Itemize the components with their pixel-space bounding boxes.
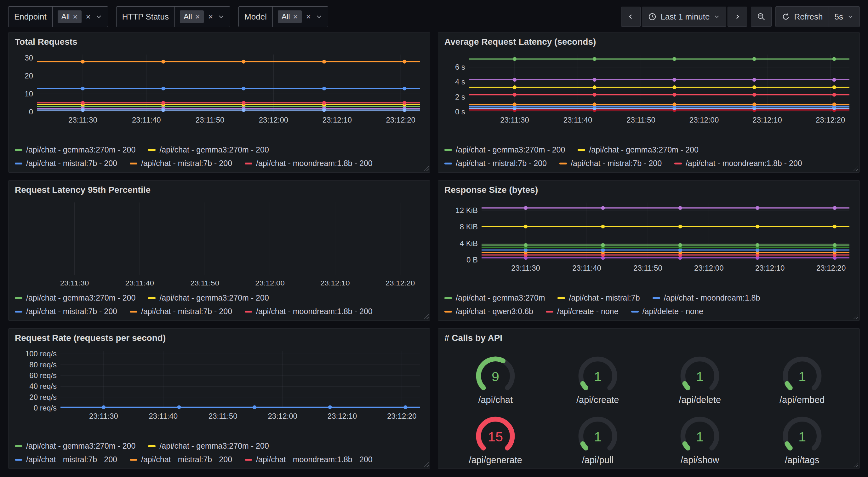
panel-resize-handle[interactable] <box>853 166 858 171</box>
data-point <box>81 108 85 112</box>
filter-chip[interactable]: All × <box>58 10 82 23</box>
legend-row: /api/chat - mistral:7b - 200/api/chat - … <box>15 307 424 316</box>
legend-item[interactable]: /api/chat - qwen3:0.6b <box>444 307 533 316</box>
legend-item[interactable]: /api/chat - mistral:7b - 200 <box>559 159 662 168</box>
chip-remove-icon[interactable]: × <box>195 12 200 21</box>
chart-response-size[interactable]: 23:11:3023:11:4023:11:5023:12:0023:12:10… <box>444 199 853 274</box>
y-tick-label: 8 KiB <box>460 222 478 231</box>
legend-row: /api/chat - mistral:7b - 200/api/chat - … <box>15 455 424 464</box>
clear-filter-icon[interactable]: × <box>208 12 213 21</box>
legend-item[interactable]: /api/chat - mistral:7b - 200 <box>15 159 117 168</box>
legend-marker <box>15 445 22 447</box>
x-tick-label: 23:12:20 <box>385 279 415 287</box>
chart-request-latency-p95[interactable]: 23:11:3023:11:4023:11:5023:12:0023:12:10… <box>15 199 424 289</box>
filter-chip[interactable]: All × <box>180 10 204 23</box>
panel-resize-handle[interactable] <box>853 314 858 319</box>
filter-model-select[interactable]: All × × <box>273 7 328 27</box>
panel-title[interactable]: Request Rate (requests per second) <box>15 333 424 343</box>
chart-request-rate[interactable]: 23:11:3023:11:4023:11:5023:12:0023:12:10… <box>15 347 424 422</box>
legend-item[interactable]: /api/chat - moondream:1.8b - 200 <box>245 307 373 316</box>
gauge-arc: 1 <box>570 354 625 395</box>
chevron-down-icon[interactable] <box>315 13 323 21</box>
dashboard-toolbar: Endpoint All × × HTTP Status All × × <box>0 0 868 32</box>
legend-item[interactable]: /api/chat - mistral:7b - 200 <box>130 159 232 168</box>
refresh-button[interactable]: Refresh <box>776 7 828 27</box>
legend-label: /api/delete - none <box>643 307 703 316</box>
time-back-button[interactable] <box>621 7 641 27</box>
legend-item[interactable]: /api/chat - gemma3:270m - 200 <box>15 441 135 450</box>
data-point <box>81 60 85 64</box>
legend-item[interactable]: /api/chat - moondream:1.8b - 200 <box>245 159 373 168</box>
panel-resize-handle[interactable] <box>424 166 429 171</box>
legend-item[interactable]: /api/chat - mistral:7b - 200 <box>130 307 232 316</box>
legend-item[interactable]: /api/chat - gemma3:270m - 200 <box>15 293 135 302</box>
chart-total-requests[interactable]: 23:11:3023:11:4023:11:5023:12:0023:12:10… <box>15 51 424 126</box>
x-tick-label: 23:12:10 <box>322 116 352 124</box>
chevron-down-icon <box>713 13 720 20</box>
legend-item[interactable]: /api/chat - gemma3:270m - 200 <box>148 145 269 154</box>
data-point <box>81 101 85 105</box>
legend-label: /api/chat - mistral:7b - 200 <box>141 159 232 168</box>
panel-title[interactable]: Response Size (bytes) <box>444 185 853 195</box>
legend-marker <box>148 445 156 447</box>
data-point <box>81 87 85 90</box>
filter-endpoint-select[interactable]: All × × <box>52 7 108 27</box>
legend-marker <box>578 149 585 151</box>
y-tick-label: 10 <box>25 89 33 98</box>
panel-title[interactable]: # Calls by API <box>444 333 853 343</box>
data-point <box>513 102 517 106</box>
legend-item[interactable]: /api/chat - gemma3:270m - 200 <box>578 145 698 154</box>
chip-remove-icon[interactable]: × <box>293 12 298 21</box>
panel-title[interactable]: Total Requests <box>15 37 424 47</box>
legend-marker <box>245 311 252 312</box>
legend-item[interactable]: /api/delete - none <box>631 307 703 316</box>
clear-filter-icon[interactable]: × <box>306 12 311 21</box>
gauge-label: /api/tags <box>785 455 819 465</box>
data-point <box>513 78 517 82</box>
panel-title[interactable]: Request Latency 95th Percentile <box>15 185 424 195</box>
legend-item[interactable]: /api/chat - gemma3:270m - 200 <box>444 145 565 154</box>
legend-item[interactable]: /api/chat - mistral:7b - 200 <box>15 455 117 464</box>
data-point <box>593 102 596 106</box>
legend-item[interactable]: /api/chat - mistral:7b - 200 <box>130 455 232 464</box>
legend-item[interactable]: /api/chat - gemma3:270m - 200 <box>148 441 269 450</box>
legend-label: /api/chat - mistral:7b - 200 <box>141 307 232 316</box>
gauge-label: /api/create <box>576 395 619 405</box>
gauge-value: 9 <box>492 369 499 384</box>
filter-chip[interactable]: All × <box>278 10 302 23</box>
panel-title[interactable]: Average Request Latency (seconds) <box>444 37 853 47</box>
filter-chip-label: All <box>61 12 70 21</box>
legend-item[interactable]: /api/chat - moondream:1.8b - 200 <box>674 159 802 168</box>
legend: /api/chat - gemma3:270m - 200/api/chat -… <box>444 141 853 169</box>
zoom-out-icon <box>757 12 766 21</box>
legend-item[interactable]: /api/create - none <box>546 307 619 316</box>
panel-resize-handle[interactable] <box>424 462 429 467</box>
filter-label: HTTP Status <box>117 7 175 27</box>
legend-item[interactable]: /api/chat - mistral:7b - 200 <box>444 159 547 168</box>
chevron-down-icon[interactable] <box>95 13 103 21</box>
panel-resize-handle[interactable] <box>424 314 429 319</box>
data-point <box>601 225 605 229</box>
chevron-down-icon[interactable] <box>217 13 225 21</box>
x-tick-label: 23:12:10 <box>755 264 784 272</box>
legend-item[interactable]: /api/chat - mistral:7b - 200 <box>15 307 117 316</box>
gauge-label: /api/delete <box>679 395 721 405</box>
legend-item[interactable]: /api/chat - gemma3:270m - 200 <box>15 145 135 154</box>
time-range-picker[interactable]: Last 1 minute <box>642 7 726 27</box>
legend-item[interactable]: /api/chat - gemma3:270m - 200 <box>148 293 269 302</box>
legend-item[interactable]: /api/chat - moondream:1.8b <box>653 293 760 302</box>
legend-item[interactable]: /api/chat - gemma3:270m <box>444 293 545 302</box>
filter-http-status-select[interactable]: All × × <box>175 7 230 27</box>
legend-marker <box>444 162 452 165</box>
legend-item[interactable]: /api/chat - moondream:1.8b - 200 <box>245 455 373 464</box>
time-forward-button[interactable] <box>727 7 747 27</box>
panel-resize-handle[interactable] <box>853 462 858 467</box>
clear-filter-icon[interactable]: × <box>86 12 91 21</box>
chip-remove-icon[interactable]: × <box>73 12 78 21</box>
data-point <box>524 243 528 247</box>
refresh-interval-dropdown[interactable]: 5s <box>829 7 860 27</box>
x-tick-label: 23:11:50 <box>209 412 238 420</box>
zoom-out-button[interactable] <box>751 7 772 27</box>
chart-average-request-latency[interactable]: 23:11:3023:11:4023:11:5023:12:0023:12:10… <box>444 51 853 126</box>
legend-item[interactable]: /api/chat - mistral:7b <box>557 293 640 302</box>
